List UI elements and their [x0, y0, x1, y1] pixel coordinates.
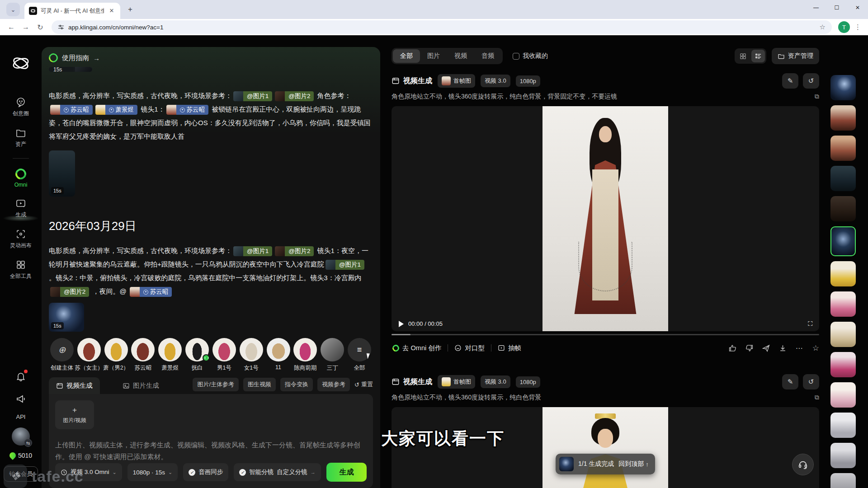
- copy-icon[interactable]: ⧉: [815, 394, 819, 401]
- sidebar-item-all-tools[interactable]: 全部工具: [10, 259, 32, 280]
- thumbs-down-icon[interactable]: [745, 344, 753, 352]
- strip-thumbnail[interactable]: [830, 382, 856, 408]
- notifications-button[interactable]: [15, 371, 26, 384]
- subject-item[interactable]: ⊕ ≡ 抚白: [184, 338, 210, 372]
- mode-chip[interactable]: 指令变换: [280, 378, 313, 391]
- browser-menu-icon[interactable]: ⋮: [853, 23, 863, 31]
- window-maximize-button[interactable]: ☐: [826, 0, 847, 15]
- grid-view-button[interactable]: [736, 50, 750, 62]
- audio-sync-toggle[interactable]: ✓ 音画同步: [183, 463, 228, 481]
- browser-tab[interactable]: 可灵 AI - 新一代 AI 创意生产力 ✕: [24, 3, 120, 19]
- upload-media-button[interactable]: + 图片/视频: [55, 400, 94, 429]
- first-frame-badge[interactable]: 首帧图: [438, 74, 475, 88]
- video-preview[interactable]: [542, 106, 668, 331]
- favorites-checkbox[interactable]: [513, 53, 519, 60]
- filter-tab[interactable]: 视频: [447, 49, 474, 63]
- extract-frame-button[interactable]: 抽帧: [491, 344, 528, 352]
- thumbs-up-icon[interactable]: [729, 344, 736, 352]
- usage-guide-link[interactable]: 使用指南 →: [49, 53, 373, 62]
- subject-item[interactable]: ⊕ ≡ 创建主体: [49, 338, 75, 372]
- support-button[interactable]: [792, 454, 814, 475]
- strip-thumbnail[interactable]: [830, 443, 856, 468]
- subject-item[interactable]: ⊕ ≡ 苏云昭: [130, 338, 156, 372]
- character-ref-tag[interactable]: 苏云昭: [50, 105, 93, 115]
- copy-icon[interactable]: ⧉: [815, 93, 819, 100]
- strip-thumbnail[interactable]: [830, 105, 856, 131]
- fullscreen-icon[interactable]: ⛶: [808, 320, 812, 328]
- new-tab-button[interactable]: +: [124, 3, 137, 16]
- storyboard-controls[interactable]: ✓ 智能分镜 自定义分镜 →: [234, 463, 321, 481]
- sidebar-item-creative-circle[interactable]: 创意圈: [13, 97, 29, 117]
- go-omni-button[interactable]: 去 Omni 创作: [392, 344, 448, 352]
- subject-item[interactable]: ⊕ ≡ 三丁: [319, 338, 345, 372]
- edit-button[interactable]: ✎: [782, 73, 798, 89]
- video-preview[interactable]: [542, 407, 668, 488]
- subject-item[interactable]: ⊕ ≡ 苏（女主）: [76, 338, 102, 372]
- subject-item[interactable]: ⊕ ≡ 全部: [346, 338, 373, 372]
- account-switch-icon[interactable]: ⇆: [24, 439, 32, 447]
- image-ref-tag[interactable]: @图片2: [50, 287, 89, 297]
- site-info-icon[interactable]: [58, 24, 64, 30]
- strip-thumbnail[interactable]: [830, 413, 856, 438]
- strip-thumbnail[interactable]: [830, 75, 856, 100]
- sidebar-item-api[interactable]: API: [16, 413, 26, 420]
- composer-placeholder[interactable]: 上传图片、视频或主体，进行参考生成、视频编辑、视频改风格、生成下一分镜、首尾帧生…: [55, 439, 372, 463]
- image-ref-tag[interactable]: @图片2: [275, 91, 314, 101]
- play-button[interactable]: [399, 321, 404, 327]
- image-ref-tag[interactable]: @图片1: [233, 246, 272, 256]
- subject-item[interactable]: ⊕ ≡ 萧（男2）: [103, 338, 129, 372]
- bookmark-star-icon[interactable]: ☆: [820, 23, 826, 31]
- character-ref-tag[interactable]: 萧景煜: [95, 105, 138, 115]
- filter-tab[interactable]: 全部: [393, 49, 420, 63]
- strip-thumbnail[interactable]: [830, 196, 856, 221]
- tab-video-generate[interactable]: 视频生成: [49, 377, 100, 394]
- mode-chip[interactable]: 图生视频: [243, 378, 276, 391]
- forward-button[interactable]: →: [19, 20, 33, 34]
- strip-thumbnail[interactable]: [830, 322, 856, 347]
- regenerate-button[interactable]: ↺: [803, 73, 819, 89]
- sidebar-item-omni[interactable]: Omni: [14, 169, 28, 188]
- generate-button[interactable]: 生成: [326, 463, 367, 482]
- subject-item[interactable]: ⊕ ≡ 萧景煜: [157, 338, 183, 372]
- filter-tab[interactable]: 音频: [474, 49, 501, 63]
- subject-item[interactable]: ⊕ ≡ 女1号: [238, 338, 264, 372]
- generation-toast[interactable]: 1/1 生成完成 回到顶部 ↑: [556, 454, 655, 474]
- image-ref-tag[interactable]: @图片2: [275, 246, 314, 256]
- generated-video-thumb-2[interactable]: 15s: [49, 303, 84, 332]
- video-player[interactable]: 00:00 / 00:05 ⛶: [392, 106, 819, 331]
- first-frame-badge[interactable]: 首帧图: [438, 375, 475, 389]
- composer-box[interactable]: + 图片/视频 上传图片、视频或主体，进行参考生成、视频编辑、视频改风格、生成下…: [49, 394, 373, 488]
- custom-storyboard-link[interactable]: 自定义分镜: [277, 468, 307, 476]
- megaphone-icon[interactable]: [15, 394, 26, 404]
- strip-thumbnail[interactable]: [830, 261, 856, 286]
- url-text[interactable]: app.klingai.com/cn/omni/new?ac=1: [68, 24, 816, 31]
- credit-balance[interactable]: 5010: [9, 452, 32, 459]
- mode-chip[interactable]: 图片/主体参考: [193, 378, 239, 391]
- quality-duration-select[interactable]: 1080p · 15s ⌄: [127, 463, 178, 481]
- subject-item[interactable]: ⊕ ≡ 11: [265, 338, 292, 372]
- sidebar-item-assets[interactable]: 资产: [15, 127, 26, 148]
- mode-chip[interactable]: 视频参考: [317, 378, 350, 391]
- generated-video-thumb-1[interactable]: 15s: [49, 150, 75, 197]
- window-close-button[interactable]: ✕: [847, 0, 868, 15]
- list-view-button[interactable]: [751, 50, 765, 62]
- filter-tab[interactable]: 图片: [420, 49, 447, 63]
- tab-image-generate[interactable]: 图片生成: [115, 377, 166, 394]
- regenerate-button[interactable]: ↺: [803, 374, 819, 389]
- reset-button[interactable]: ↺ 重置: [354, 380, 373, 389]
- browser-profile-avatar[interactable]: T: [838, 21, 850, 33]
- window-minimize-button[interactable]: —: [806, 0, 826, 15]
- strip-thumbnail[interactable]: [830, 473, 856, 488]
- subject-item[interactable]: ⊕ ≡ 陈商前期: [292, 338, 318, 372]
- lipsync-button[interactable]: 对口型: [448, 344, 491, 352]
- strip-thumbnail[interactable]: [830, 166, 856, 191]
- back-button[interactable]: ←: [5, 20, 18, 34]
- image-ref-tag[interactable]: @图片1: [233, 91, 272, 101]
- reload-button[interactable]: ↻: [33, 20, 47, 34]
- image-ref-tag[interactable]: @图片1: [326, 260, 364, 270]
- character-ref-tag[interactable]: 苏云昭: [130, 287, 172, 297]
- url-bar[interactable]: app.klingai.com/cn/omni/new?ac=1 ☆: [52, 20, 832, 34]
- strip-thumbnail[interactable]: [830, 352, 856, 377]
- tab-search-button[interactable]: ⌄: [6, 3, 20, 16]
- strip-thumbnail[interactable]: [830, 226, 856, 256]
